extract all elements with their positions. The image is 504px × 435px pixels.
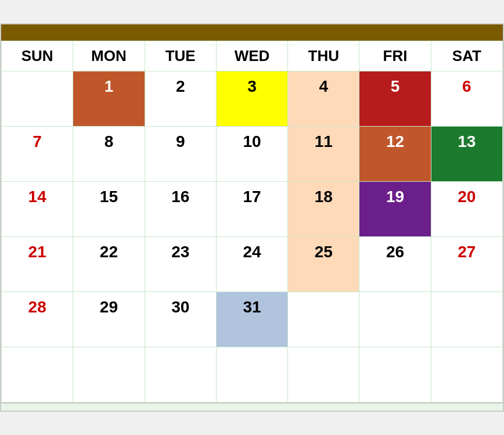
calendar-table: SUNMONTUEWEDTHUFRISAT 123456789101112131… [1,41,503,402]
calendar-cell: 15 [73,182,145,237]
calendar-cell: 5 [359,71,431,127]
calendar-cell: 25 [288,237,359,292]
date-number: 15 [78,185,139,206]
calendar-cell [2,71,73,127]
date-number: 18 [293,185,354,206]
date-number: 5 [364,75,426,96]
date-number: 9 [150,130,211,151]
calendar-cell [288,292,359,347]
calendar-cell: 11 [288,127,359,182]
calendar-cell: 20 [431,182,502,237]
calendar-cell: 21 [2,237,73,292]
calendar-cell: 19 [359,182,431,237]
calendar-week-2: 78910111213 [2,127,503,182]
calendar-cell [431,347,502,402]
calendar-week-4: 21222324252627 [2,237,503,292]
date-number: 4 [293,75,354,96]
date-number: 29 [78,296,139,317]
calendar-cell: 10 [216,127,287,182]
date-number: 25 [293,240,354,261]
calendar-cell: 6 [431,71,502,127]
calendar-cell: 22 [73,237,145,292]
calendar-cell: 27 [431,237,502,292]
calendar-cell: 8 [73,127,145,182]
calendar-cell: 24 [216,237,287,292]
calendar-cell: 3 [216,71,287,127]
date-number: 24 [221,240,283,261]
date-number: 17 [221,185,283,206]
day-header-sat: SAT [431,41,502,71]
day-header-mon: MON [73,41,145,71]
date-number: 11 [293,130,354,151]
calendar-container: SUNMONTUEWEDTHUFRISAT 123456789101112131… [0,23,504,412]
calendar-cell [73,347,145,402]
date-number: 8 [78,130,139,151]
calendar-cell: 29 [73,292,145,347]
date-number: 3 [221,75,283,96]
date-number: 21 [6,240,68,261]
legend-area [1,402,503,411]
date-number: 14 [6,185,68,206]
calendar-cell: 13 [431,127,502,182]
date-number: 28 [6,296,68,317]
calendar-cell [2,347,73,402]
calendar-cell: 28 [2,292,73,347]
calendar-cell [216,347,287,402]
date-number: 27 [436,240,498,261]
date-number: 16 [150,185,211,206]
date-number: 23 [150,240,211,261]
calendar-cell: 2 [145,71,216,127]
date-number: 1 [78,75,139,96]
calendar-header [1,24,503,41]
calendar-cell [431,292,502,347]
calendar-cell [359,347,431,402]
calendar-body: 1234567891011121314151617181920212223242… [2,71,503,402]
calendar-cell: 16 [145,182,216,237]
date-number: 10 [221,130,283,151]
day-header-thu: THU [288,41,359,71]
day-header-fri: FRI [359,41,431,71]
calendar-cell: 23 [145,237,216,292]
day-header-sun: SUN [2,41,73,71]
calendar-week-5: 28293031 [2,292,503,347]
day-header-tue: TUE [145,41,216,71]
calendar-cell: 30 [145,292,216,347]
date-number: 7 [6,130,68,151]
calendar-week-1: 123456 [2,71,503,127]
calendar-cell [145,347,216,402]
date-number: 13 [436,130,498,151]
calendar-week-6 [2,347,503,402]
calendar-cell: 1 [73,71,145,127]
calendar-week-3: 14151617181920 [2,182,503,237]
calendar-cell: 7 [2,127,73,182]
date-number: 12 [364,130,426,151]
date-number: 19 [364,185,426,206]
date-number: 30 [150,296,211,317]
date-number: 26 [364,240,426,261]
calendar-cell [359,292,431,347]
day-headers-row: SUNMONTUEWEDTHUFRISAT [2,41,503,71]
calendar-cell: 31 [216,292,287,347]
calendar-cell: 9 [145,127,216,182]
date-number: 22 [78,240,139,261]
calendar-cell: 4 [288,71,359,127]
day-header-wed: WED [216,41,287,71]
calendar-cell: 14 [2,182,73,237]
date-number: 2 [150,75,211,96]
date-number: 20 [436,185,498,206]
calendar-cell: 18 [288,182,359,237]
calendar-cell [288,347,359,402]
calendar-cell: 12 [359,127,431,182]
calendar-cell: 17 [216,182,287,237]
date-number: 31 [221,296,283,317]
date-number: 6 [436,75,498,96]
calendar-cell: 26 [359,237,431,292]
